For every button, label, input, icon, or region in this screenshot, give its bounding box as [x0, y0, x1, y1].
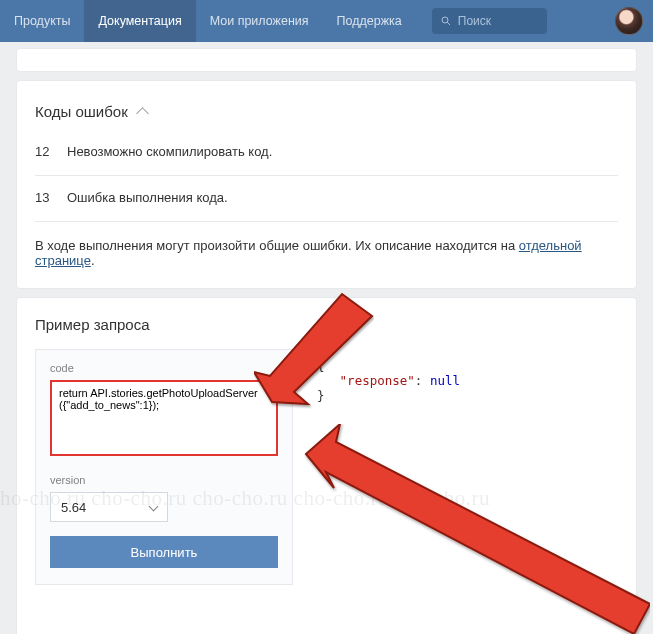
nav-my-apps[interactable]: Мои приложения	[196, 0, 323, 42]
nav-products[interactable]: Продукты	[0, 0, 84, 42]
chevron-up-icon	[136, 107, 149, 120]
run-button[interactable]: Выполнить	[50, 536, 278, 568]
version-label: version	[50, 474, 278, 486]
error-code: 12	[35, 144, 67, 159]
code-label: code	[50, 362, 278, 374]
nav-documentation[interactable]: Документация	[84, 0, 195, 42]
svg-line-1	[447, 22, 450, 25]
error-msg: Ошибка выполнения кода.	[67, 190, 228, 205]
search-icon	[440, 15, 452, 27]
nav-support[interactable]: Поддержка	[323, 0, 416, 42]
error-code: 13	[35, 190, 67, 205]
request-form-panel: code return API.stories.getPhotoUploadSe…	[35, 349, 293, 585]
error-codes-card: Коды ошибок 12 Невозможно скомпилировать…	[16, 80, 637, 289]
avatar[interactable]	[615, 7, 643, 35]
error-row: 13 Ошибка выполнения кода.	[35, 176, 618, 205]
chevron-down-icon	[149, 501, 159, 511]
version-value: 5.64	[61, 500, 86, 515]
svg-point-0	[442, 17, 448, 23]
error-row: 12 Невозможно скомпилировать код.	[35, 130, 618, 159]
example-request-card: Пример запроса code return API.stories.g…	[16, 297, 637, 634]
scroll-fragment-card	[16, 48, 637, 72]
example-title: Пример запроса	[35, 316, 150, 333]
code-input[interactable]: return API.stories.getPhotoUploadServer(…	[50, 380, 278, 456]
version-select[interactable]: 5.64	[50, 492, 168, 522]
top-nav: Продукты Документация Мои приложения Под…	[0, 0, 653, 42]
response-output: { "response": null }	[317, 358, 460, 403]
error-msg: Невозможно скомпилировать код.	[67, 144, 272, 159]
common-errors-note: В ходе выполнения могут произойти общие …	[35, 222, 618, 270]
error-codes-title: Коды ошибок	[35, 103, 128, 120]
search-input[interactable]	[458, 14, 538, 28]
search-box[interactable]	[432, 8, 547, 34]
error-codes-header[interactable]: Коды ошибок	[35, 103, 618, 120]
